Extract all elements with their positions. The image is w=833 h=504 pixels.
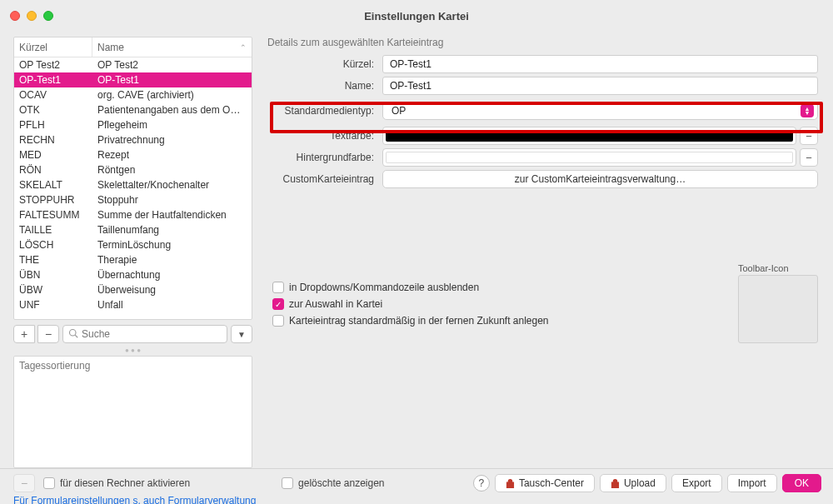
table-row[interactable]: OP Test2OP Test2: [14, 57, 252, 72]
cell-kuerzel: STOPPUHR: [14, 194, 92, 206]
dropdown-standardmedientyp[interactable]: OP ▲▼: [382, 102, 818, 120]
cell-name: Stoppuhr: [92, 194, 252, 206]
button-ok[interactable]: OK: [782, 474, 821, 492]
checkbox-ferne-zukunft-label: Karteieintrag standardmäßig in der ferne…: [289, 315, 549, 327]
checkbox-fuer-diesen-rechner[interactable]: [43, 477, 55, 489]
cell-name: Rezept: [92, 149, 252, 161]
label-hintergrundfarbe: Hintergrundfarbe:: [267, 152, 376, 163]
checkbox-hide-in-dropdowns[interactable]: [272, 282, 284, 293]
dropdown-standardmedientyp-value: OP: [392, 105, 406, 117]
tagessortierung-box: Tagessortierung: [13, 356, 252, 468]
button-upload-label: Upload: [624, 477, 656, 489]
cell-name: Überweisung: [92, 284, 252, 296]
cell-name: org. CAVE (archiviert): [92, 89, 252, 101]
colorwell-hintergrundfarbe[interactable]: [382, 148, 796, 167]
input-name[interactable]: OP-Test1: [382, 77, 818, 95]
cell-kuerzel: RECHN: [14, 134, 92, 146]
checkbox-ferne-zukunft[interactable]: [272, 315, 284, 327]
entries-table: Kürzel Name ⌃ OP Test2OP Test2OP-Test1OP…: [13, 37, 252, 320]
colorwell-textfarbe[interactable]: [382, 127, 796, 145]
cell-kuerzel: RÖN: [14, 164, 92, 176]
cell-name: Therapie: [92, 254, 252, 266]
table-row[interactable]: ÜBWÜberweisung: [14, 282, 252, 297]
cell-name: Summe der Hautfaltendicken: [92, 209, 252, 221]
checkbox-fuer-diesen-rechner-label: für diesen Rechner aktivieren: [60, 477, 190, 489]
cell-name: OP-Test1: [92, 74, 252, 86]
svg-point-0: [70, 329, 77, 336]
link-formularverwaltung[interactable]: Für Formulareinstellungen s. auch Formul…: [0, 493, 833, 504]
tagessortierung-label: Tagessortierung: [19, 360, 90, 372]
table-row[interactable]: ÜBNÜbernachtung: [14, 267, 252, 282]
label-customkarteieintrag: CustomKarteieintrag: [267, 173, 376, 185]
cell-kuerzel: ÜBW: [14, 284, 92, 296]
checkbox-auswahl-in-kartei-label: zur Auswahl in Kartei: [289, 298, 382, 310]
bag-icon: [611, 478, 620, 488]
svg-line-1: [75, 335, 77, 337]
window-title: Einstellungen Kartei: [0, 10, 833, 22]
cell-name: TerminLöschung: [92, 239, 252, 251]
cell-kuerzel: LÖSCH: [14, 239, 92, 251]
cell-kuerzel: TAILLE: [14, 224, 92, 236]
cell-kuerzel: THE: [14, 254, 92, 266]
cell-kuerzel: OP-Test1: [14, 74, 92, 86]
checkbox-geloeschte-anzeigen[interactable]: [282, 477, 293, 489]
table-row[interactable]: UNFUnfall: [14, 297, 252, 312]
label-name: Name:: [267, 80, 376, 92]
table-row[interactable]: STOPPUHRStoppuhr: [14, 192, 252, 207]
button-tausch-center[interactable]: Tausch-Center: [495, 474, 595, 492]
bag-icon: [506, 478, 515, 488]
cell-kuerzel: FALTESUMM: [14, 209, 92, 221]
table-row[interactable]: SKELALTSkelettalter/Knochenalter: [14, 177, 252, 192]
input-kuerzel[interactable]: OP-Test1: [382, 55, 818, 73]
cell-name: Taillenumfang: [92, 224, 252, 236]
cell-name: Unfall: [92, 299, 252, 311]
table-row[interactable]: OCAVorg. CAVE (archiviert): [14, 87, 252, 102]
table-row[interactable]: LÖSCHTerminLöschung: [14, 237, 252, 252]
cell-name: Übernachtung: [92, 269, 252, 281]
table-row[interactable]: TAILLETaillenumfang: [14, 222, 252, 237]
clear-textfarbe-button[interactable]: −: [800, 127, 818, 145]
table-row[interactable]: PFLHPflegeheim: [14, 117, 252, 132]
cell-name: Skelettalter/Knochenalter: [92, 179, 252, 191]
remove-list-button[interactable]: −: [13, 474, 35, 492]
sort-ascending-icon: ⌃: [240, 43, 247, 52]
cell-kuerzel: OTK: [14, 104, 92, 116]
clear-hintergrundfarbe-button[interactable]: −: [800, 148, 818, 167]
table-row[interactable]: MEDRezept: [14, 147, 252, 162]
cell-kuerzel: OCAV: [14, 89, 92, 101]
button-tausch-center-label: Tausch-Center: [519, 477, 584, 489]
table-row[interactable]: THETherapie: [14, 252, 252, 267]
cell-kuerzel: UNF: [14, 299, 92, 311]
table-row[interactable]: FALTESUMMSumme der Hautfaltendicken: [14, 207, 252, 222]
column-header-name[interactable]: Name ⌃: [92, 37, 252, 57]
cell-kuerzel: SKELALT: [14, 179, 92, 191]
column-header-name-label: Name: [97, 42, 124, 53]
toolbar-icon-well[interactable]: [738, 275, 818, 343]
column-header-kuerzel[interactable]: Kürzel: [14, 37, 92, 57]
label-kuerzel: Kürzel:: [267, 58, 376, 70]
table-row[interactable]: RÖNRöntgen: [14, 162, 252, 177]
search-input[interactable]: [82, 328, 222, 340]
cell-kuerzel: MED: [14, 149, 92, 161]
table-row[interactable]: RECHNPrivatrechnung: [14, 132, 252, 147]
table-row[interactable]: OP-Test1OP-Test1: [14, 72, 252, 87]
button-export[interactable]: Export: [671, 474, 722, 492]
splitter-handle-icon[interactable]: ● ● ●: [13, 347, 252, 354]
filter-dropdown-button[interactable]: ▼: [231, 325, 252, 343]
checkbox-geloeschte-anzeigen-label: gelöschte anzeigen: [298, 477, 384, 489]
toolbar-icon-label: Toolbar-Icon: [738, 263, 818, 273]
checkbox-hide-in-dropdowns-label: in Dropdowns/Kommandozeile ausblenden: [289, 282, 479, 293]
search-icon: [68, 328, 78, 341]
button-upload[interactable]: Upload: [600, 474, 666, 492]
button-customkarteieintragsverwaltung[interactable]: zur CustomKarteieintragsverwaltung…: [382, 170, 818, 188]
table-row[interactable]: OTKPatientenangaben aus dem O…: [14, 102, 252, 117]
remove-entry-button[interactable]: −: [37, 325, 59, 343]
add-entry-button[interactable]: +: [13, 325, 35, 343]
label-standardmedientyp: Standardmedientyp:: [267, 105, 376, 117]
updown-caret-icon: ▲▼: [801, 104, 814, 117]
help-button[interactable]: ?: [473, 475, 490, 492]
button-import[interactable]: Import: [727, 474, 777, 492]
checkbox-auswahl-in-kartei[interactable]: ✓: [272, 298, 284, 310]
cell-kuerzel: OP Test2: [14, 59, 92, 71]
cell-kuerzel: ÜBN: [14, 269, 92, 281]
